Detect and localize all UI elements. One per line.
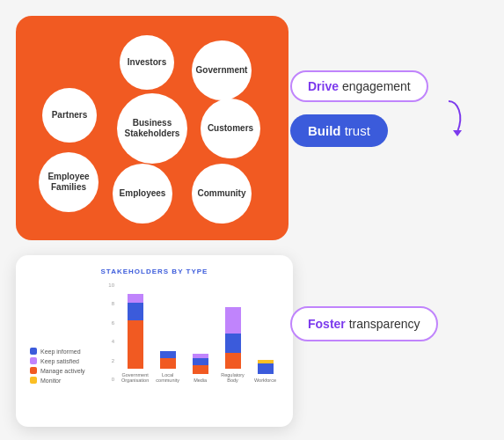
callout-foster-rest: transparency [346, 317, 420, 331]
legend-label-manage-actively: Manage actively [40, 368, 85, 374]
bar-seg-informed [160, 351, 176, 358]
y-tick: 2 [104, 358, 114, 363]
bars-container: GovernmentOrganisation Localcommunity [121, 282, 279, 384]
chart-area: Keep informed Keep satisfied Manage acti… [30, 282, 279, 384]
bar-label-workforce: Workforce [254, 378, 276, 384]
bar-media: Media [186, 354, 214, 384]
chart-card: STAKEHOLDERS BY TYPE Keep informed Keep … [16, 255, 293, 427]
legend-dot-monitor [30, 377, 37, 384]
node-customers: Customers [201, 99, 260, 158]
y-tick: 4 [104, 339, 114, 344]
legend-dot-manage-actively [30, 367, 37, 374]
node-partners: Partners [42, 88, 97, 143]
bar-stack-government [128, 294, 143, 369]
bar-stack-community [160, 351, 176, 369]
legend-dot-keep-informed [30, 348, 37, 355]
bar-community: Localcommunity [154, 351, 181, 384]
legend-label-keep-satisfied: Keep satisfied [40, 358, 79, 364]
callout-drive: Drive engagement [290, 70, 428, 102]
bar-seg-satisfied [128, 294, 143, 303]
legend-monitor: Monitor [30, 377, 91, 384]
stakeholder-diagram: BusinessStakeholders Investors Governmen… [25, 25, 280, 231]
callout-drive-rest: engagement [339, 79, 411, 93]
node-emp-families: EmployeeFamilies [39, 152, 99, 212]
y-axis: 10 8 6 4 2 0 [104, 282, 114, 384]
y-tick: 10 [104, 282, 114, 288]
bar-stack-workforce [258, 360, 274, 374]
bar-seg-manage [225, 353, 241, 369]
bar-seg-informed [225, 334, 241, 353]
legend-manage-actively: Manage actively [30, 367, 91, 374]
callout-foster: Foster transparency [290, 306, 438, 341]
chart-legend: Keep informed Keep satisfied Manage acti… [30, 344, 91, 384]
bar-seg-satisfied [225, 307, 241, 334]
bar-label-regulatory: Regulatory Body [219, 372, 246, 384]
engagement-arrow [431, 97, 466, 141]
legend-keep-informed: Keep informed [30, 348, 91, 355]
bar-seg-informed [258, 363, 274, 374]
node-investors: Investors [120, 35, 174, 90]
bar-stack-media [193, 354, 208, 374]
bar-label-government: GovernmentOrganisation [121, 372, 149, 384]
bar-label-community: Localcommunity [156, 372, 179, 384]
callout-drive-bold: Drive [308, 79, 339, 93]
bar-seg-informed [193, 358, 208, 365]
legend-label-monitor: Monitor [40, 378, 61, 384]
bar-workforce: Workforce [252, 360, 279, 384]
bar-label-media: Media [194, 378, 207, 384]
bar-seg-manage [193, 365, 208, 374]
node-community: Community [192, 164, 252, 224]
main-container: BusinessStakeholders Investors Governmen… [0, 0, 504, 440]
bar-seg-manage [160, 358, 176, 369]
bar-seg-informed [128, 303, 143, 320]
y-tick: 0 [104, 377, 114, 382]
y-tick: 8 [104, 301, 114, 306]
center-label: BusinessStakeholders [117, 93, 187, 164]
callout-build-bold: Build [308, 123, 341, 138]
y-tick: 6 [104, 320, 114, 326]
callout-foster-bold: Foster [308, 317, 346, 331]
node-government: Government [192, 40, 252, 100]
bar-seg-manage [128, 320, 143, 369]
svg-marker-0 [453, 130, 462, 136]
bar-government: GovernmentOrganisation [121, 294, 149, 384]
legend-dot-keep-satisfied [30, 357, 37, 364]
bar-stack-regulatory [225, 307, 241, 369]
legend-label-keep-informed: Keep informed [40, 348, 81, 355]
legend-keep-satisfied: Keep satisfied [30, 357, 91, 364]
node-employees: Employees [113, 164, 172, 224]
callout-build: Build trust [290, 114, 388, 147]
callout-build-rest: trust [341, 123, 370, 138]
stakeholder-card: BusinessStakeholders Investors Governmen… [16, 16, 289, 240]
chart-title: STAKEHOLDERS BY TYPE [30, 268, 279, 275]
bar-regulatory: Regulatory Body [219, 307, 246, 384]
